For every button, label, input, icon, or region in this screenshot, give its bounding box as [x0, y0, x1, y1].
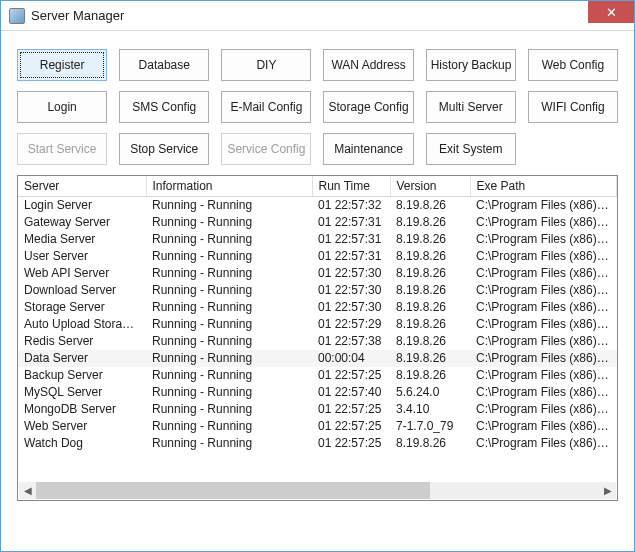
cell-runtime: 01 22:57:25: [312, 418, 390, 435]
cell-exepath: C:\Program Files (x86)\IV: [470, 333, 617, 350]
table-row[interactable]: MySQL ServerRunning - Running01 22:57:40…: [18, 384, 617, 401]
diy-button[interactable]: DIY: [221, 49, 311, 81]
table-row[interactable]: User ServerRunning - Running01 22:57:318…: [18, 248, 617, 265]
scroll-right-arrow-icon[interactable]: ▶: [599, 482, 616, 499]
history-backup-button[interactable]: History Backup: [426, 49, 516, 81]
cell-info: Running - Running: [146, 214, 312, 231]
cell-runtime: 01 22:57:29: [312, 316, 390, 333]
col-header-runtime[interactable]: Run Time: [312, 176, 390, 197]
table-row[interactable]: Storage ServerRunning - Running01 22:57:…: [18, 299, 617, 316]
cell-server: Media Server: [18, 231, 146, 248]
table-row[interactable]: MongoDB ServerRunning - Running01 22:57:…: [18, 401, 617, 418]
cell-version: 8.19.8.26: [390, 197, 470, 214]
cell-version: 3.4.10: [390, 401, 470, 418]
cell-server: Gateway Server: [18, 214, 146, 231]
cell-info: Running - Running: [146, 384, 312, 401]
content-area: RegisterDatabaseDIYWAN AddressHistory Ba…: [1, 31, 634, 511]
cell-exepath: C:\Program Files (x86)\IV: [470, 248, 617, 265]
cell-version: 8.19.8.26: [390, 265, 470, 282]
start-service-button: Start Service: [17, 133, 107, 165]
cell-runtime: 01 22:57:31: [312, 248, 390, 265]
cell-info: Running - Running: [146, 299, 312, 316]
scroll-left-arrow-icon[interactable]: ◀: [19, 482, 36, 499]
col-header-server[interactable]: Server: [18, 176, 146, 197]
table-header-row[interactable]: Server Information Run Time Version Exe …: [18, 176, 617, 197]
cell-exepath: C:\Program Files (x86)\IV: [470, 384, 617, 401]
table-row[interactable]: Data ServerRunning - Running00:00:048.19…: [18, 350, 617, 367]
cell-exepath: C:\Program Files (x86)\IV: [470, 299, 617, 316]
e-mail-config-button[interactable]: E-Mail Config: [221, 91, 311, 123]
titlebar[interactable]: Server Manager ✕: [1, 1, 634, 31]
close-button[interactable]: ✕: [588, 1, 634, 23]
cell-info: Running - Running: [146, 231, 312, 248]
cell-version: 8.19.8.26: [390, 214, 470, 231]
cell-exepath: C:\Program Files (x86)\IV: [470, 350, 617, 367]
exit-system-button[interactable]: Exit System: [426, 133, 516, 165]
button-row-3: Start ServiceStop ServiceService ConfigM…: [17, 133, 618, 165]
cell-runtime: 01 22:57:30: [312, 282, 390, 299]
col-header-version[interactable]: Version: [390, 176, 470, 197]
maintenance-button[interactable]: Maintenance: [323, 133, 413, 165]
table-row[interactable]: Backup ServerRunning - Running01 22:57:2…: [18, 367, 617, 384]
cell-runtime: 01 22:57:25: [312, 435, 390, 452]
cell-server: Web Server: [18, 418, 146, 435]
cell-runtime: 01 22:57:32: [312, 197, 390, 214]
cell-exepath: C:\Program Files (x86)\IV: [470, 316, 617, 333]
cell-info: Running - Running: [146, 367, 312, 384]
server-table-container: Server Information Run Time Version Exe …: [17, 175, 618, 501]
table-row[interactable]: Auto Upload Storage S...Running - Runnin…: [18, 316, 617, 333]
login-button[interactable]: Login: [17, 91, 107, 123]
cell-version: 8.19.8.26: [390, 299, 470, 316]
cell-version: 8.19.8.26: [390, 350, 470, 367]
window-title: Server Manager: [31, 8, 124, 23]
table-row[interactable]: Web API ServerRunning - Running01 22:57:…: [18, 265, 617, 282]
table-row[interactable]: Media ServerRunning - Running01 22:57:31…: [18, 231, 617, 248]
web-config-button[interactable]: Web Config: [528, 49, 618, 81]
table-row[interactable]: Download ServerRunning - Running01 22:57…: [18, 282, 617, 299]
storage-config-button[interactable]: Storage Config: [323, 91, 413, 123]
table-row[interactable]: Gateway ServerRunning - Running01 22:57:…: [18, 214, 617, 231]
cell-exepath: C:\Program Files (x86)\IV: [470, 435, 617, 452]
multi-server-button[interactable]: Multi Server: [426, 91, 516, 123]
wan-address-button[interactable]: WAN Address: [323, 49, 413, 81]
cell-server: Login Server: [18, 197, 146, 214]
register-button[interactable]: Register: [17, 49, 107, 81]
col-header-information[interactable]: Information: [146, 176, 312, 197]
cell-runtime: 01 22:57:25: [312, 367, 390, 384]
col-header-exepath[interactable]: Exe Path: [470, 176, 617, 197]
stop-service-button[interactable]: Stop Service: [119, 133, 209, 165]
cell-info: Running - Running: [146, 248, 312, 265]
cell-version: 8.19.8.26: [390, 231, 470, 248]
cell-info: Running - Running: [146, 350, 312, 367]
cell-server: MongoDB Server: [18, 401, 146, 418]
database-button[interactable]: Database: [119, 49, 209, 81]
table-row[interactable]: Watch DogRunning - Running01 22:57:258.1…: [18, 435, 617, 452]
cell-server: Auto Upload Storage S...: [18, 316, 146, 333]
cell-exepath: C:\Program Files (x86)\IV: [470, 197, 617, 214]
wifi-config-button[interactable]: WIFI Config: [528, 91, 618, 123]
cell-info: Running - Running: [146, 282, 312, 299]
scroll-thumb[interactable]: [36, 482, 430, 499]
cell-exepath: C:\Program Files (x86)\IV: [470, 401, 617, 418]
table-row[interactable]: Login ServerRunning - Running01 22:57:32…: [18, 197, 617, 214]
scroll-track[interactable]: [36, 482, 599, 499]
cell-exepath: C:\Program Files (x86)\IV: [470, 282, 617, 299]
table-row[interactable]: Redis ServerRunning - Running01 22:57:38…: [18, 333, 617, 350]
close-icon: ✕: [606, 5, 617, 20]
cell-version: 8.19.8.26: [390, 435, 470, 452]
cell-exepath: C:\Program Files (x86)\IV: [470, 214, 617, 231]
sms-config-button[interactable]: SMS Config: [119, 91, 209, 123]
cell-version: 5.6.24.0: [390, 384, 470, 401]
cell-server: Download Server: [18, 282, 146, 299]
cell-version: 7-1.7.0_79: [390, 418, 470, 435]
app-icon: [9, 8, 25, 24]
cell-info: Running - Running: [146, 418, 312, 435]
table-row[interactable]: Web ServerRunning - Running01 22:57:257-…: [18, 418, 617, 435]
cell-runtime: 00:00:04: [312, 350, 390, 367]
cell-server: Backup Server: [18, 367, 146, 384]
horizontal-scrollbar[interactable]: ◀ ▶: [19, 482, 616, 499]
cell-server: Web API Server: [18, 265, 146, 282]
cell-info: Running - Running: [146, 265, 312, 282]
server-table[interactable]: Server Information Run Time Version Exe …: [18, 176, 617, 452]
cell-version: 8.19.8.26: [390, 248, 470, 265]
